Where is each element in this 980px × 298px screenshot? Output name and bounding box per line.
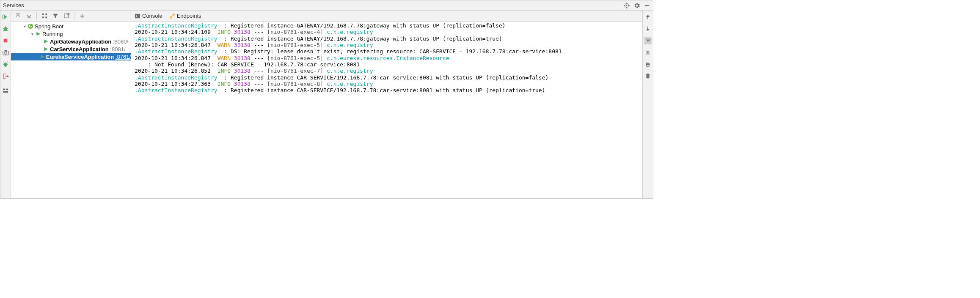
tree-toolbar bbox=[11, 11, 131, 22]
svg-line-11 bbox=[3, 30, 4, 31]
right-action-gutter bbox=[642, 11, 653, 198]
open-view-icon[interactable] bbox=[62, 12, 71, 20]
play-icon bbox=[39, 53, 45, 60]
svg-rect-16 bbox=[4, 50, 7, 51]
svg-point-1 bbox=[626, 5, 628, 6]
svg-rect-22 bbox=[3, 91, 8, 93]
group-by-icon[interactable] bbox=[40, 12, 49, 20]
services-tree[interactable]: ▾ Spring Boot ▾ Running bbox=[11, 22, 131, 198]
svg-rect-38 bbox=[646, 54, 650, 55]
add-icon[interactable] bbox=[78, 12, 86, 20]
svg-rect-40 bbox=[647, 62, 649, 64]
scroll-to-end-icon[interactable] bbox=[644, 49, 652, 56]
svg-rect-41 bbox=[647, 65, 649, 67]
arrow-down-icon[interactable] bbox=[644, 25, 652, 33]
print-icon[interactable] bbox=[644, 60, 652, 68]
tab-console[interactable]: Console bbox=[135, 13, 162, 19]
collapse-all-icon[interactable] bbox=[25, 12, 33, 20]
svg-rect-25 bbox=[42, 14, 44, 15]
svg-line-12 bbox=[7, 30, 8, 31]
console-output[interactable]: .AbstractInstanceRegistry : Registered i… bbox=[131, 22, 642, 198]
svg-point-35 bbox=[173, 14, 174, 15]
svg-rect-28 bbox=[45, 16, 47, 18]
arrow-up-icon[interactable] bbox=[644, 13, 652, 21]
svg-point-17 bbox=[4, 63, 7, 67]
tree-node-app-2[interactable]: EurekaServiceApplication :8761/ bbox=[11, 53, 131, 60]
svg-rect-20 bbox=[3, 89, 5, 90]
svg-point-7 bbox=[4, 27, 7, 31]
svg-rect-27 bbox=[45, 14, 47, 15]
svg-rect-13 bbox=[4, 39, 8, 43]
svg-rect-6 bbox=[645, 5, 650, 6]
svg-line-36 bbox=[171, 15, 173, 17]
left-action-gutter bbox=[0, 11, 11, 198]
crosshair-icon[interactable] bbox=[623, 2, 630, 9]
filter-icon[interactable] bbox=[51, 12, 60, 20]
svg-point-15 bbox=[4, 52, 7, 54]
debug-services-icon[interactable] bbox=[2, 60, 9, 68]
svg-rect-26 bbox=[42, 16, 44, 18]
tree-node-app-0[interactable]: ApiGatewayApplication :8080/ bbox=[11, 38, 131, 45]
trash-icon[interactable] bbox=[644, 72, 652, 80]
spring-boot-icon bbox=[27, 23, 34, 30]
stop-icon[interactable] bbox=[2, 37, 9, 44]
svg-rect-21 bbox=[6, 89, 8, 90]
soft-wrap-icon[interactable] bbox=[644, 37, 652, 44]
tab-endpoints[interactable]: Endpoints bbox=[169, 13, 201, 19]
panel-header: Services bbox=[0, 0, 653, 11]
svg-rect-42 bbox=[647, 75, 650, 78]
play-icon bbox=[42, 46, 49, 52]
minimize-icon[interactable] bbox=[644, 2, 650, 9]
rerun-icon[interactable] bbox=[2, 13, 9, 21]
svg-rect-44 bbox=[647, 74, 649, 74]
svg-point-34 bbox=[170, 16, 171, 18]
debug-icon[interactable] bbox=[2, 25, 9, 33]
tree-node-running[interactable]: ▾ Running bbox=[11, 30, 131, 38]
exit-icon[interactable] bbox=[2, 72, 9, 80]
camera-icon[interactable] bbox=[2, 49, 9, 56]
tree-node-spring-boot[interactable]: ▾ Spring Boot bbox=[11, 22, 131, 30]
expand-all-icon[interactable] bbox=[14, 12, 22, 20]
console-tab-bar: Console Endpoints bbox=[131, 11, 642, 22]
svg-rect-43 bbox=[646, 74, 650, 75]
play-icon bbox=[35, 30, 41, 37]
layout-icon[interactable] bbox=[2, 87, 9, 94]
gear-icon[interactable] bbox=[633, 2, 640, 9]
svg-rect-33 bbox=[135, 14, 140, 18]
play-icon bbox=[42, 38, 49, 45]
tree-node-app-1[interactable]: CarServiceApplication :8081/ bbox=[11, 45, 131, 53]
panel-title: Services bbox=[3, 2, 24, 8]
